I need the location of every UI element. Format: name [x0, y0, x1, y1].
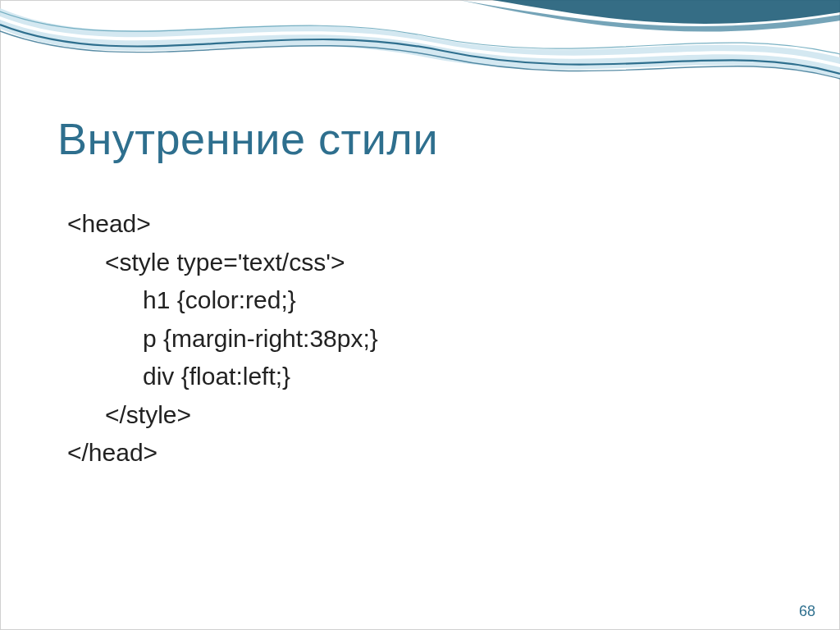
code-line: </head>: [67, 434, 378, 472]
code-line: p {margin-right:38px;}: [67, 320, 378, 358]
code-line: </style>: [67, 396, 378, 435]
code-line: div {float:left;}: [67, 358, 378, 396]
code-line: <style type='text/css'>: [67, 244, 378, 282]
code-block: <head> <style type='text/css'> h1 {color…: [67, 205, 378, 472]
page-number: 68: [799, 603, 815, 620]
slide-title: Внутренние стили: [57, 113, 438, 164]
code-line: <head>: [67, 205, 378, 244]
code-line: h1 {color:red;}: [67, 281, 378, 320]
